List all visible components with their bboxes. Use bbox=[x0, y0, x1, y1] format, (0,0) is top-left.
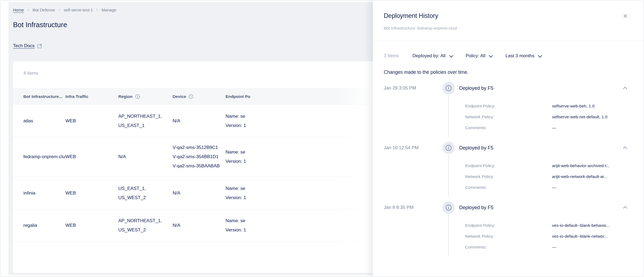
column-header-infra-traffic[interactable]: Infra Traffic bbox=[65, 94, 118, 99]
info-circle-icon[interactable] bbox=[442, 82, 455, 94]
chevron-up-icon bbox=[623, 87, 627, 91]
cell-bot-infrastructure-name: atlas bbox=[23, 116, 65, 126]
cell-device: N/A bbox=[173, 221, 226, 230]
detail-value: — bbox=[552, 125, 556, 130]
deployment-history-panel: Deployment History Bot Infrastructure: f… bbox=[373, 0, 644, 277]
cell-device: N/A bbox=[173, 116, 226, 126]
timeline-timestamp: Jan 8 8:35 PM bbox=[384, 205, 442, 210]
chevron-right-icon: › bbox=[59, 7, 60, 12]
breadcrumb-self-serve-test-1[interactable]: self-serve-test-1 bbox=[64, 8, 93, 12]
timeline-entry: Jan 8 8:35 PM Deployed by F5 bbox=[384, 198, 633, 258]
detail-row-comments: Comments: — bbox=[465, 242, 633, 253]
timeline-entry-title: Deployed by F5 bbox=[459, 205, 493, 211]
breadcrumb-home[interactable]: Home bbox=[13, 8, 24, 12]
detail-value: arijit-web-behavior-archived-t... bbox=[552, 163, 610, 168]
detail-label: Network Policy: bbox=[465, 234, 552, 239]
panel-subtitle: Bot Infrastructure: fedramp-onprem-clust bbox=[384, 26, 457, 30]
column-header-bot-infrastructure[interactable]: Bot Infrastructure... bbox=[23, 94, 65, 99]
panel-body: 3 Items Deployed by: All Policy: All Las… bbox=[373, 50, 644, 258]
cell-region: N/A bbox=[118, 152, 173, 161]
breadcrumb-bot-defense[interactable]: Bot Defense bbox=[33, 8, 55, 12]
chevron-down-icon bbox=[449, 53, 453, 58]
detail-row-comments: Comments: — bbox=[465, 122, 633, 133]
detail-label: Endpoint Policy: bbox=[465, 163, 552, 168]
deployment-timeline: Jan 29 3:05 PM Deployed by F5 bbox=[384, 79, 633, 258]
chevron-down-icon bbox=[538, 53, 542, 58]
column-header-region-label: Region bbox=[118, 94, 133, 99]
cell-region: AP_NORTHEAST_1, US_WEST_2 bbox=[118, 216, 173, 235]
timeline-connector bbox=[448, 95, 449, 137]
cell-infra-traffic: WEB bbox=[65, 116, 118, 126]
info-icon[interactable] bbox=[135, 94, 140, 99]
timeline-entry-title: Deployed by F5 bbox=[459, 145, 493, 151]
detail-value: — bbox=[552, 245, 556, 250]
cell-infra-traffic: WEB bbox=[65, 221, 118, 230]
collapse-entry-button[interactable] bbox=[622, 85, 629, 92]
detail-label: Network Policy: bbox=[465, 174, 552, 179]
info-icon[interactable] bbox=[189, 94, 193, 99]
tech-docs-link[interactable]: Tech Docs bbox=[13, 43, 34, 49]
timeline-entry: Jan 29 3:05 PM Deployed by F5 bbox=[384, 79, 633, 139]
info-circle-icon[interactable] bbox=[442, 201, 455, 214]
cell-bot-infrastructure-name: infinia bbox=[23, 189, 65, 198]
timeline-entry-title: Deployed by F5 bbox=[459, 85, 493, 91]
panel-items-count: 3 Items bbox=[384, 53, 399, 59]
timeline-entry-details: Endpoint Policy: arijit-web-behavior-arc… bbox=[465, 160, 633, 193]
page-title: Bot Infrastructure bbox=[13, 21, 67, 29]
column-header-device[interactable]: Device bbox=[173, 94, 226, 99]
external-link-icon bbox=[37, 43, 42, 49]
timeline-entry-header[interactable]: Jan 8 8:35 PM Deployed by F5 bbox=[384, 201, 633, 214]
app-window: Home › Bot Defense › self-serve-test-1 ›… bbox=[0, 0, 644, 277]
collapse-entry-button[interactable] bbox=[622, 144, 629, 151]
cell-bot-infrastructure-name: fedramp-onprem-clus bbox=[23, 152, 65, 161]
filter-time-range-label: Last 3 months bbox=[505, 53, 534, 59]
timeline-entry-header[interactable]: Jan 29 3:05 PM Deployed by F5 bbox=[384, 82, 633, 95]
filter-time-range[interactable]: Last 3 months bbox=[505, 53, 541, 59]
column-header-region[interactable]: Region bbox=[118, 94, 173, 99]
timeline-entry-header[interactable]: Jan 10 12:54 PM Deployed by F5 bbox=[384, 141, 633, 154]
timeline-timestamp: Jan 29 3:05 PM bbox=[384, 85, 442, 91]
breadcrumb: Home › Bot Defense › self-serve-test-1 ›… bbox=[13, 7, 116, 12]
cell-infra-traffic: WEB bbox=[65, 152, 118, 161]
detail-row-endpoint-policy: Endpoint Policy: selfserve-web-beh, 1.0 bbox=[465, 101, 633, 112]
chevron-down-icon bbox=[489, 53, 493, 58]
panel-description: Changes made to the policies over time. bbox=[384, 69, 633, 75]
detail-label: Network Policy: bbox=[465, 114, 552, 119]
collapse-entry-button[interactable] bbox=[622, 204, 629, 211]
detail-label: Endpoint Policy: bbox=[465, 104, 552, 109]
filter-deployed-by[interactable]: Deployed by: All bbox=[413, 53, 452, 59]
cell-device: N/A bbox=[173, 189, 226, 198]
cell-infra-traffic: WEB bbox=[65, 189, 118, 198]
detail-label: Comments: bbox=[465, 185, 552, 190]
chevron-up-icon bbox=[623, 206, 627, 210]
detail-value: ves-io-default--blank-behavio... bbox=[552, 223, 610, 228]
breadcrumb-manage: Manage bbox=[101, 8, 116, 12]
cell-region: US_EAST_1, US_WEST_2 bbox=[118, 184, 173, 202]
timeline-entry-details: Endpoint Policy: selfserve-web-beh, 1.0 … bbox=[465, 101, 633, 133]
filter-deployed-by-label: Deployed by: All bbox=[413, 53, 446, 59]
detail-row-endpoint-policy: Endpoint Policy: ves-io-default--blank-b… bbox=[465, 220, 633, 231]
chevron-right-icon: › bbox=[96, 7, 98, 12]
cell-bot-infrastructure-name: regalia bbox=[23, 221, 65, 230]
filter-bar: 3 Items Deployed by: All Policy: All Las… bbox=[384, 50, 633, 62]
filter-policy[interactable]: Policy: All bbox=[466, 53, 492, 59]
timeline-timestamp: Jan 10 12:54 PM bbox=[384, 145, 442, 151]
detail-row-network-policy: Network Policy: selfserve-web-net-defaul… bbox=[465, 112, 633, 122]
detail-row-network-policy: Network Policy: ves-io-default--blank-ne… bbox=[465, 231, 633, 242]
timeline-entry: Jan 10 12:54 PM Deployed by F5 bbox=[384, 139, 633, 198]
filter-policy-label: Policy: All bbox=[466, 53, 486, 59]
cell-region: AP_NORTHEAST_1, US_EAST_1 bbox=[118, 112, 173, 130]
timeline-entry-details: Endpoint Policy: ves-io-default--blank-b… bbox=[465, 220, 633, 253]
column-header-device-label: Device bbox=[173, 94, 186, 99]
info-circle-icon[interactable] bbox=[442, 142, 455, 154]
close-icon[interactable]: × bbox=[621, 12, 630, 20]
detail-label: Comments: bbox=[465, 245, 552, 250]
timeline-connector bbox=[448, 155, 449, 197]
panel-header: Deployment History Bot Infrastructure: f… bbox=[373, 0, 644, 41]
panel-title: Deployment History bbox=[384, 12, 438, 20]
detail-row-endpoint-policy: Endpoint Policy: arijit-web-behavior-arc… bbox=[465, 160, 633, 171]
detail-value: — bbox=[552, 185, 556, 190]
cell-device: V-qa2-sms-3512B9C1 V-qa2-sms-354BB1D1 V-… bbox=[173, 143, 226, 171]
detail-row-network-policy: Network Policy: arijit-web-network-defau… bbox=[465, 171, 633, 182]
detail-value: selfserve-web-net-default, 1.0 bbox=[552, 114, 607, 119]
